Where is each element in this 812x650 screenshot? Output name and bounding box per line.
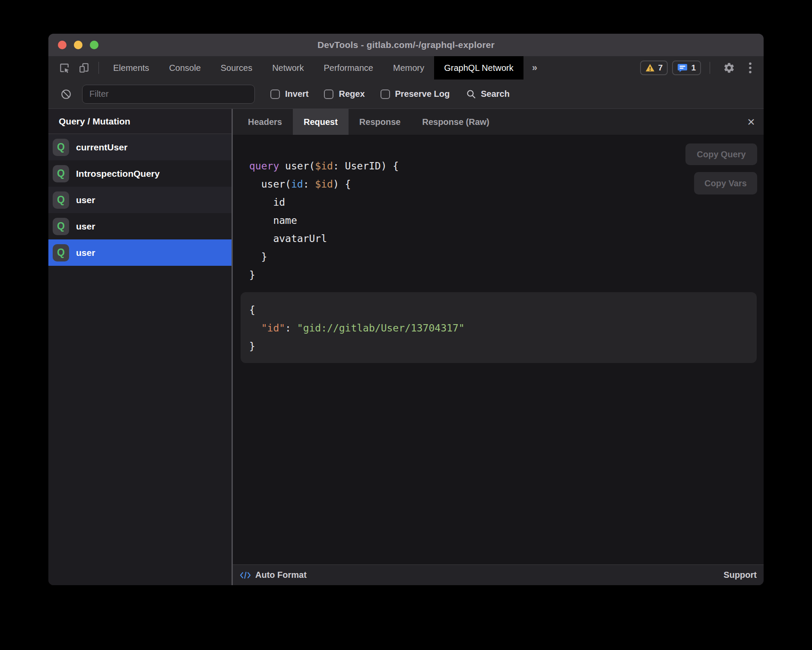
traffic-lights [58, 34, 98, 56]
query-list-item-selected[interactable]: Q user [48, 239, 232, 266]
regex-checkbox-group[interactable]: Regex [324, 89, 365, 99]
window-title: DevTools - gitlab.com/-/graphql-explorer [317, 40, 495, 50]
tab-label: Memory [393, 63, 424, 73]
tab-request[interactable]: Request [293, 109, 349, 135]
code-line: } [249, 337, 757, 355]
request-body-view: Copy Query Copy Vars query user($id: Use… [233, 135, 764, 564]
close-window-button[interactable] [58, 41, 67, 49]
tab-label: Performance [324, 63, 374, 73]
tab-response-raw[interactable]: Response (Raw) [411, 109, 500, 135]
code-line: name [249, 211, 757, 229]
code-line: avatarUrl [249, 229, 757, 248]
toolbar-separator [710, 62, 710, 74]
query-type-badge: Q [53, 218, 69, 235]
invert-checkbox-group[interactable]: Invert [270, 89, 308, 99]
auto-format-button[interactable]: Auto Format [240, 570, 307, 580]
tab-label: Network [272, 63, 304, 73]
toolbar-right-controls: 7 1 [640, 56, 764, 80]
tab-network[interactable]: Network [262, 56, 314, 80]
query-type-badge: Q [53, 139, 69, 156]
query-name: user [76, 195, 95, 205]
tab-label: Elements [113, 63, 149, 73]
search-icon [466, 89, 476, 99]
issues-count: 1 [691, 63, 696, 73]
tab-elements[interactable]: Elements [103, 56, 159, 80]
query-variables-box: { "id": "gid://gitlab/User/13704317" } [241, 292, 757, 363]
code-line: id [249, 193, 757, 211]
invert-checkbox[interactable] [270, 89, 280, 99]
close-icon: × [747, 115, 755, 129]
menu-button[interactable] [744, 62, 757, 74]
device-toolbar-icon [79, 62, 90, 73]
warning-triangle-icon [645, 64, 655, 72]
devtools-window: DevTools - gitlab.com/-/graphql-explorer [48, 34, 764, 585]
query-list-item[interactable]: Q currentUser [48, 134, 232, 160]
code-line: { [249, 301, 757, 319]
regex-checkbox[interactable] [324, 89, 333, 99]
toolbar-separator [98, 62, 99, 74]
query-list-item[interactable]: Q user [48, 187, 232, 213]
query-name: user [76, 248, 95, 258]
code-line: } [249, 266, 757, 284]
warnings-badge[interactable]: 7 [640, 61, 668, 75]
query-list-item[interactable]: Q IntrospectionQuery [48, 160, 232, 187]
warnings-count: 7 [658, 63, 663, 73]
tab-memory[interactable]: Memory [383, 56, 434, 80]
regex-label: Regex [339, 89, 365, 99]
code-line: } [249, 248, 757, 266]
preserve-log-checkbox[interactable] [381, 89, 390, 99]
query-type-badge: Q [53, 165, 69, 182]
tab-graphql-network[interactable]: GraphQL Network [434, 56, 523, 80]
tab-label: Headers [248, 117, 282, 127]
more-tabs-button[interactable]: » [523, 56, 546, 80]
gear-icon [723, 62, 735, 74]
sidebar-header: Query / Mutation [48, 109, 232, 134]
preserve-log-label: Preserve Log [395, 89, 450, 99]
tab-sources[interactable]: Sources [211, 56, 262, 80]
tab-console[interactable]: Console [159, 56, 210, 80]
tab-label: Sources [221, 63, 252, 73]
code-line: user(id: $id) { [249, 175, 757, 193]
search-button[interactable]: Search [466, 89, 510, 99]
tab-performance[interactable]: Performance [314, 56, 384, 80]
chevron-double-icon: » [532, 62, 537, 73]
settings-button[interactable] [719, 62, 739, 74]
message-icon [677, 63, 688, 73]
issues-badge[interactable]: 1 [672, 61, 701, 75]
filter-bar: Invert Regex Preserve Log Search [48, 80, 764, 109]
tab-response[interactable]: Response [349, 109, 412, 135]
code-format-icon [240, 570, 251, 580]
clear-button[interactable] [56, 89, 76, 100]
tab-label: Response [359, 117, 401, 127]
tab-headers[interactable]: Headers [237, 109, 293, 135]
tab-label: Response (Raw) [422, 117, 489, 127]
code-line: query user($id: UserID) { [249, 157, 757, 175]
zoom-window-button[interactable] [90, 41, 98, 49]
auto-format-label: Auto Format [255, 570, 307, 580]
detail-footer: Auto Format Support [233, 564, 764, 585]
title-bar: DevTools - gitlab.com/-/graphql-explorer [48, 34, 764, 56]
tab-label: GraphQL Network [444, 63, 513, 73]
inspect-cursor-icon [59, 62, 70, 73]
minimize-window-button[interactable] [74, 41, 82, 49]
preserve-log-checkbox-group[interactable]: Preserve Log [381, 89, 450, 99]
filter-input[interactable] [82, 85, 255, 104]
inspect-element-button[interactable] [54, 62, 74, 73]
close-panel-button[interactable]: × [739, 109, 764, 135]
copy-vars-button[interactable]: Copy Vars [694, 172, 757, 194]
tab-label: Console [169, 63, 200, 73]
query-list-item[interactable]: Q user [48, 213, 232, 239]
tab-label: Request [304, 117, 338, 127]
query-sidebar: Query / Mutation Q currentUser Q Introsp… [48, 109, 232, 585]
content-area: Query / Mutation Q currentUser Q Introsp… [48, 109, 764, 585]
query-name: currentUser [76, 142, 127, 153]
query-type-badge: Q [53, 191, 69, 209]
support-link[interactable]: Support [723, 570, 757, 580]
main-tab-bar: Elements Console Sources Network Perform… [48, 56, 764, 80]
search-label: Search [481, 89, 510, 99]
toolbar-left-icons [48, 56, 103, 80]
graphql-query-code: query user($id: UserID) { user(id: $id) … [241, 157, 757, 284]
device-toolbar-button[interactable] [74, 62, 94, 73]
query-type-badge: Q [53, 244, 69, 261]
copy-query-button[interactable]: Copy Query [685, 143, 757, 165]
